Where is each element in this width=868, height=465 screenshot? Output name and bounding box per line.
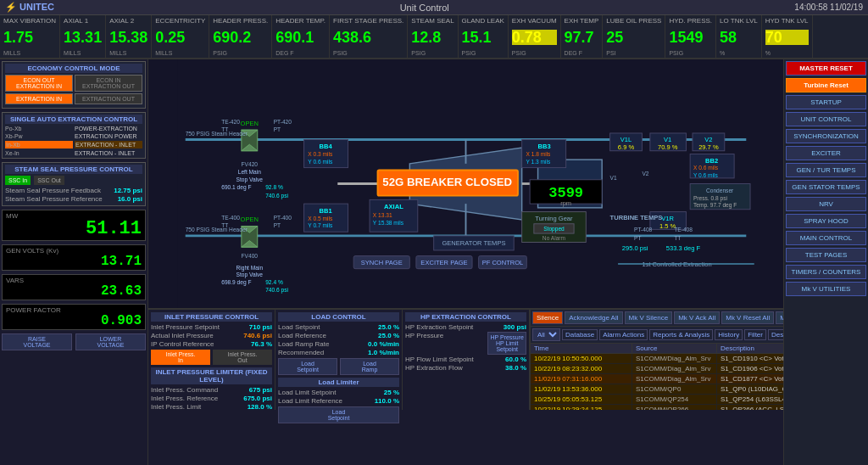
alarm-time-3: 11/02/19 07:31:16.000: [531, 374, 632, 384]
steam-seal-title: STEAM SEAL PRESSURE CONTROL: [5, 165, 142, 174]
svg-text:Y  15.38 mils: Y 15.38 mils: [373, 220, 404, 226]
svg-text:Y  0.6 mils: Y 0.6 mils: [308, 159, 333, 165]
center-area: GEN OPEN FV420 OPEN FV400 TE-420: [148, 59, 783, 465]
ssc-in-btn[interactable]: SSC In: [5, 176, 31, 185]
svg-text:X  0.6 mils: X 0.6 mils: [693, 165, 719, 171]
voltage-buttons: RAISEVOLTAGE LOWERVOLTAGE: [2, 333, 146, 350]
inlet-limit-row: Inlet Press. Limit 128.0 %: [151, 403, 272, 411]
steam-seal-panel: STEAM SEAL PRESSURE CONTROL SSC In SSC O…: [2, 162, 146, 206]
mk5-silence-btn[interactable]: Mk V Silence: [625, 311, 673, 324]
inlet-press-out-btn[interactable]: Inlet Press.Out: [213, 350, 272, 365]
nrv-btn[interactable]: NRV: [786, 197, 866, 211]
economy-mode-buttons2: EXTRACTION IN EXTRACTION OUT: [5, 93, 142, 104]
alarm-row-6: 10/22/19 10:29:24.125 S1COMM/QP266 S1_QP…: [531, 405, 783, 410]
metric-exh-temp: EXH TEMP 97.7 DEG F: [561, 15, 604, 58]
mk5-ack-all-btn[interactable]: Mk V Ack All: [674, 311, 720, 324]
timers-counters-btn[interactable]: TIMERS / COUNTERS: [786, 265, 866, 279]
svg-text:TURBINE TEMPS: TURBINE TEMPS: [610, 214, 663, 221]
svg-text:TE-400: TE-400: [221, 215, 240, 221]
mk5-utilities-btn[interactable]: Mk V UTILITIES: [786, 282, 866, 296]
inlet-ref-row: Inlet Press. Reference 675.0 psi: [151, 395, 272, 402]
alarm-desc-1: S1_CD1910 <C> Voter Mismatch, <Z> 5FL1: [717, 354, 783, 363]
vars-display: VARS 23.63: [2, 274, 146, 300]
alarm-tab-filter[interactable]: Filter: [744, 329, 766, 340]
svg-text:FV400: FV400: [242, 253, 259, 259]
alarm-tab-desc[interactable]: Description: [768, 329, 783, 340]
schematic-svg: GEN OPEN FV420 OPEN FV400 TE-420: [148, 59, 783, 308]
alarm-desc-5: S1_QP254 (L63SSL4) STEAM SEAL PRESSURE L…: [717, 395, 783, 404]
auto-extraction-title: SINGLE AUTO EXTRACTION CONTROL: [5, 115, 142, 124]
mk5-diag-ack-btn[interactable]: Mk V Diag Ack All: [776, 311, 783, 324]
svg-text:OPEN: OPEN: [241, 120, 259, 127]
svg-text:GENERATOR TEMPS: GENERATOR TEMPS: [442, 239, 505, 247]
load-setpoint-btn2[interactable]: LoadSetpoint: [278, 406, 399, 423]
schematic-area: GEN OPEN FV420 OPEN FV400 TE-420: [148, 59, 783, 308]
svg-text:rpm: rpm: [560, 199, 571, 207]
metric-eccentricity: ECCENTRICITY 0.25 MILLS: [152, 15, 209, 58]
metric-axial1: AXIAL 1 13.31 MILLS: [60, 15, 106, 58]
bottom-panels: INLET PRESSURE CONTROL Inlet Pressure Se…: [148, 308, 783, 410]
metric-hyd-press: HYD. PRESS. 1549 PSIG: [665, 15, 716, 58]
svg-text:Right Main: Right Main: [236, 265, 264, 272]
load-control-panel: LOAD CONTROL Load Setpoint 25.0 % Load R…: [275, 310, 403, 410]
startup-btn[interactable]: STARTUP: [786, 95, 866, 109]
ssc-out-btn[interactable]: SSC Out: [34, 176, 64, 185]
svg-text:TT: TT: [674, 235, 681, 241]
svg-text:AXIAL: AXIAL: [384, 203, 403, 210]
hp-limit-setpoint-btn[interactable]: HP PressureHP LimitSetpoint: [487, 332, 526, 355]
metric-gland-leak: GLAND LEAK 15.1 PSIG: [459, 15, 509, 58]
alarm-tab-actions[interactable]: Alarm Actions: [599, 329, 648, 340]
extraction-in-btn[interactable]: EXTRACTION IN: [5, 93, 73, 104]
svg-text:70.9 %: 70.9 %: [658, 143, 678, 151]
alarm-tab-database[interactable]: Database: [562, 329, 598, 340]
svg-text:FV420: FV420: [242, 161, 259, 167]
alarm-source-2: S1COMM/Diag_Alm_Srv: [632, 364, 717, 373]
alarm-panel: Silence Acknowledge All Mk V Silence Mk …: [530, 310, 783, 410]
inlet-press-limiter-title: INLET PRESSURE LIMITER (FIXED LEVEL): [151, 367, 272, 384]
extraction-out-btn[interactable]: EXTRACTION OUT: [75, 93, 142, 104]
unit-control-btn[interactable]: UNIT CONTROL: [786, 112, 866, 126]
alarm-toolbar: Silence Acknowledge All Mk V Silence Mk …: [531, 310, 783, 327]
metric-first-stage: FIRST STAGE PRESS. 438.6 PSIG: [330, 15, 408, 58]
mk5-reset-all-btn[interactable]: Mk V Reset All: [721, 311, 774, 324]
lower-voltage-btn[interactable]: LOWERVOLTAGE: [75, 333, 146, 350]
svg-text:No Alarm: No Alarm: [542, 235, 566, 241]
gen-stator-temps-btn[interactable]: GEN STATOR TEMPS: [786, 180, 866, 194]
svg-text:Temp.  97.7 deg F: Temp. 97.7 deg F: [693, 202, 737, 209]
svg-text:Condenser: Condenser: [706, 188, 734, 193]
pow-xb-val: POWER-EXTRACTION: [75, 126, 142, 132]
silence-btn[interactable]: Silence: [532, 311, 563, 324]
inlet-press-in-btn[interactable]: Inlet Press.In: [151, 350, 210, 365]
svg-text:52G BREAKER CLOSED: 52G BREAKER CLOSED: [382, 176, 512, 188]
test-pages-btn[interactable]: TEST PAGES: [786, 248, 866, 262]
metric-header-press: HEADER PRESS. 690.2 PSIG: [209, 15, 272, 58]
load-limiter-title: Load Limiter: [278, 378, 399, 387]
top-bar-left: ⚡ UNITEC: [5, 2, 54, 13]
load-limiter-btn[interactable]: LoadSetpoint: [278, 406, 399, 423]
alarm-header: Time Source Description Ack: [531, 344, 783, 354]
alarm-tab-history[interactable]: History: [715, 329, 743, 340]
bottom-section: INLET PRESSURE CONTROL Inlet Pressure Se…: [148, 308, 783, 465]
alarm-tab-reports[interactable]: Reports & Analysis: [649, 329, 713, 340]
load-ramp-row: Load Ramp Rate 0.0 %/min: [278, 340, 399, 348]
ip-ref-row: IP Control Reference 76.3 %: [151, 340, 272, 348]
metric-steam-seal: STEAM SEAL 12.8 PSIG: [408, 15, 458, 58]
spray-hood-btn[interactable]: SPRAY HOOD: [786, 214, 866, 228]
econ-in-btn[interactable]: ECON INEXTRACTION OUT: [75, 75, 142, 92]
acknowledge-all-btn[interactable]: Acknowledge All: [565, 311, 622, 324]
alarm-filter-select[interactable]: All: [532, 328, 560, 341]
exciter-btn[interactable]: EXCITER: [786, 146, 866, 160]
turbine-reset-btn[interactable]: Turbine Reset: [786, 78, 866, 92]
in-xb-label: In-Xb: [5, 141, 73, 148]
gen-tur-temps-btn[interactable]: GEN / TUR TEMPS: [786, 163, 866, 177]
master-reset-btn[interactable]: MASTER RESET: [786, 61, 866, 76]
svg-text:V2: V2: [642, 171, 648, 176]
svg-text:PT-408: PT-408: [634, 227, 653, 232]
main-control-btn[interactable]: MAIN CONTROL: [786, 231, 866, 245]
synchronization-btn[interactable]: SYNCHRONIZATION: [786, 129, 866, 143]
load-ramp-btn[interactable]: LoadRamp: [340, 358, 399, 375]
raise-voltage-btn[interactable]: RAISEVOLTAGE: [2, 333, 72, 350]
svg-text:OPEN: OPEN: [241, 216, 259, 223]
econ-out-btn[interactable]: ECON OUTEXTRACTION IN: [5, 75, 73, 92]
load-setpoint-btn[interactable]: LoadSetpoint: [278, 358, 337, 375]
